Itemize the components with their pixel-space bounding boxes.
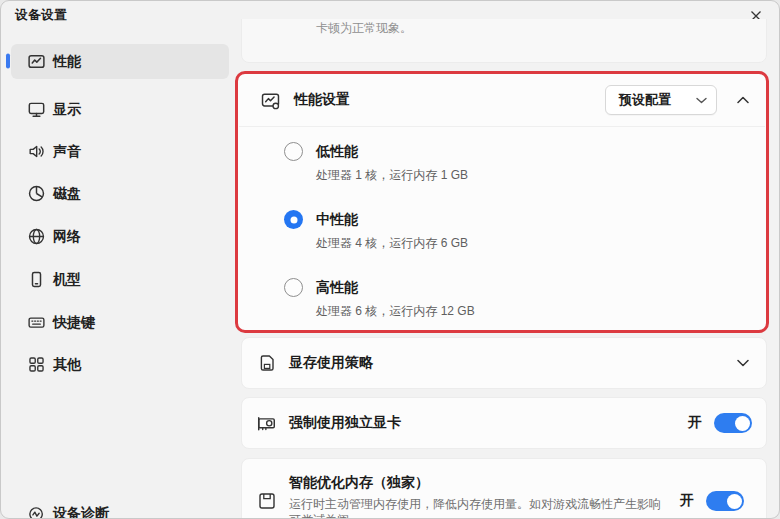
sidebar-item-label: 快捷键 <box>53 314 95 332</box>
sidebar-item-display[interactable]: 显示 <box>11 92 229 127</box>
card-title: 显存使用策略 <box>289 354 734 372</box>
toggle-group: 开 <box>688 413 752 433</box>
selected-indicator <box>6 54 10 69</box>
window-title: 设备设置 <box>15 7 67 24</box>
chevron-up-icon <box>737 96 749 104</box>
sidebar-item-hotkeys[interactable]: 快捷键 <box>11 305 229 340</box>
performance-settings-header: 性能设置 预设配置 <box>238 74 766 126</box>
card-title: 智能优化内存（独家） <box>289 474 670 492</box>
sidebar-item-network[interactable]: 网络 <box>11 219 229 254</box>
keyboard-icon <box>27 313 46 332</box>
vram-policy-card[interactable]: 显存使用策略 <box>241 337 767 389</box>
radio-option[interactable]: 高性能 <box>284 278 746 297</box>
smart-memory-toggle[interactable] <box>706 491 744 511</box>
option-high-performance: 高性能 处理器 6 核，运行内存 12 GB <box>284 278 746 320</box>
option-label: 高性能 <box>316 279 358 297</box>
diagnostics-icon <box>27 505 46 519</box>
sidebar-item-disk[interactable]: 磁盘 <box>11 176 229 211</box>
sidebar-item-label: 设备诊断 <box>53 505 109 519</box>
network-icon <box>27 227 46 246</box>
toggle-group: 开 <box>680 491 744 511</box>
sidebar-item-label: 声音 <box>53 143 81 161</box>
sidebar-item-label: 磁盘 <box>53 185 81 203</box>
vram-icon <box>256 353 277 374</box>
toggle-state-label: 开 <box>680 492 694 510</box>
card-title: 强制使用独立显卡 <box>289 414 688 432</box>
option-label: 中性能 <box>316 211 358 229</box>
gpu-icon <box>256 413 277 434</box>
performance-icon <box>27 52 46 71</box>
device-settings-window: 设备设置 性能 显示 声音 <box>0 0 780 519</box>
option-description: 处理器 6 核，运行内存 12 GB <box>316 303 746 320</box>
smart-memory-text: 智能优化内存（独家） 运行时主动管理内存使用，降低内存使用量。如对游戏流畅性产生… <box>289 474 680 519</box>
radio-unchecked-icon[interactable] <box>284 142 303 161</box>
chevron-down-icon <box>696 97 707 104</box>
previous-card-text: 卡顿为正常现象。 <box>316 20 412 37</box>
option-label: 低性能 <box>316 143 358 161</box>
performance-options: 低性能 处理器 1 核，运行内存 1 GB 中性能 处理器 4 核，运行内存 6… <box>238 127 766 320</box>
performance-settings-card: 性能设置 预设配置 低性能 <box>235 71 769 333</box>
chevron-down-icon <box>737 359 749 367</box>
toggle-state-label: 开 <box>688 414 702 432</box>
phone-icon <box>27 270 46 289</box>
display-icon <box>27 100 46 119</box>
force-dgpu-toggle[interactable] <box>714 413 752 433</box>
card-description: 运行时主动管理内存使用，降低内存使用量。如对游戏流畅性产生影响可尝试关闭。 <box>289 496 667 519</box>
expand-button[interactable] <box>734 354 752 372</box>
radio-unchecked-icon[interactable] <box>284 278 303 297</box>
sidebar-item-model[interactable]: 机型 <box>11 262 229 297</box>
sidebar-item-performance[interactable]: 性能 <box>11 44 229 79</box>
performance-settings-icon <box>260 90 281 111</box>
collapse-button[interactable] <box>734 91 752 109</box>
radio-option[interactable]: 低性能 <box>284 142 746 161</box>
card-title: 性能设置 <box>294 91 605 109</box>
sound-icon <box>27 142 46 161</box>
option-description: 处理器 4 核，运行内存 6 GB <box>316 235 746 252</box>
smart-memory-card: 智能优化内存（独家） 运行时主动管理内存使用，降低内存使用量。如对游戏流畅性产生… <box>241 458 767 519</box>
sidebar-item-label: 机型 <box>53 271 81 289</box>
sidebar-item-other[interactable]: 其他 <box>11 347 229 382</box>
grid-icon <box>27 355 46 374</box>
sidebar: 性能 显示 声音 磁盘 网络 <box>1 31 235 518</box>
option-low-performance: 低性能 处理器 1 核，运行内存 1 GB <box>284 142 746 184</box>
preset-config-dropdown[interactable]: 预设配置 <box>605 85 717 115</box>
force-dgpu-card: 强制使用独立显卡 开 <box>241 397 767 449</box>
memory-icon <box>256 491 277 512</box>
dropdown-value: 预设配置 <box>619 91 671 109</box>
radio-option[interactable]: 中性能 <box>284 210 746 229</box>
option-medium-performance: 中性能 处理器 4 核，运行内存 6 GB <box>284 210 746 252</box>
radio-checked-icon[interactable] <box>284 210 303 229</box>
sidebar-item-diagnostics[interactable]: 设备诊断 <box>11 497 229 519</box>
sidebar-item-sound[interactable]: 声音 <box>11 134 229 169</box>
main-content: 卡顿为正常现象。 性能设置 预设配置 <box>231 19 773 519</box>
sidebar-item-label: 性能 <box>53 53 81 71</box>
sidebar-item-label: 显示 <box>53 101 81 119</box>
sidebar-item-label: 网络 <box>53 228 81 246</box>
disk-icon <box>27 184 46 203</box>
sidebar-item-label: 其他 <box>53 356 81 374</box>
option-description: 处理器 1 核，运行内存 1 GB <box>316 167 746 184</box>
